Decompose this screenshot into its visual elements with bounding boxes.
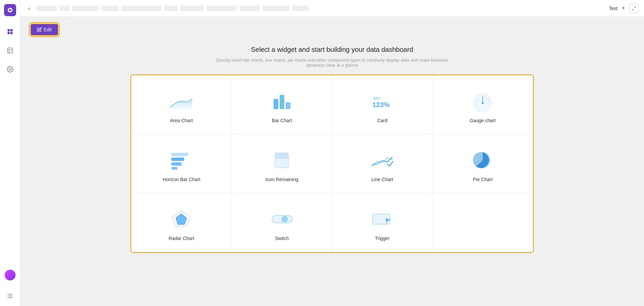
edit-button-label: Edit [44,27,52,32]
breadcrumb-item [164,6,178,11]
line-chart-icon [369,148,396,172]
svg-point-36 [281,216,288,223]
widget-item-trigger[interactable]: Trigger [332,193,433,252]
svg-line-12 [632,9,634,10]
widget-grid: Area Chart Bar Chart [131,75,533,252]
sidebar-item-settings[interactable] [4,63,16,75]
horizon-bar-chart-icon [168,148,195,172]
app-logo[interactable] [4,4,16,16]
widget-label-gauge-chart: Gauge chart [470,118,496,123]
svg-rect-28 [171,167,177,170]
breadcrumb-item [37,6,57,11]
widget-label-switch: Switch [275,236,289,241]
sidebar-item-layout[interactable] [4,44,16,57]
gauge-chart-icon [469,90,496,113]
widget-item-card[interactable]: ABC 123% Card [332,75,433,134]
breadcrumb-item [59,6,70,11]
widget-item-switch[interactable]: Switch [232,193,332,252]
widget-item-line-chart[interactable]: Line Chart [332,134,433,193]
page-subtitle: Quickly insert bar charts, line charts, … [214,58,450,68]
svg-point-7 [9,69,11,70]
breadcrumb-item [121,6,162,11]
breadcrumb-item [72,6,99,11]
svg-text:ABC: ABC [373,96,381,100]
svg-rect-1 [10,29,12,32]
widget-label-icon-remaining: Icon Remaining [266,177,298,182]
svg-rect-27 [171,162,182,166]
card-icon: ABC 123% [369,90,396,113]
widget-label-horizon-bar-chart: Horizon Bar Chart [163,177,200,182]
svg-rect-3 [10,32,12,34]
switch-icon [269,207,295,231]
breadcrumb-item [292,6,309,11]
pie-chart-icon [469,148,496,172]
breadcrumb-item [102,6,119,11]
widget-item-empty [433,193,533,252]
sidebar-item-menu[interactable] [4,290,16,302]
radar-chart-icon [168,207,195,231]
widget-grid-container: Area Chart Bar Chart [130,74,534,253]
svg-rect-14 [280,95,284,109]
edit-button[interactable]: Edit [30,24,58,36]
breadcrumb [37,6,605,11]
widget-item-radar-chart[interactable]: Radar Chart [131,193,232,252]
widget-label-line-chart: Line Chart [371,177,393,182]
add-button[interactable]: + [621,5,625,12]
back-button[interactable]: ‹ [26,4,33,13]
widget-label-trigger: Trigger [375,236,390,241]
svg-rect-4 [7,48,12,53]
area-chart-icon [168,90,195,113]
widget-item-area-chart[interactable]: Area Chart [131,75,232,134]
widget-label-card: Card [377,118,387,123]
svg-marker-34 [176,214,187,225]
content-area: Edit Select a widget and start building … [20,17,644,306]
breadcrumb-item [207,6,237,11]
widget-item-gauge-chart[interactable]: Gauge chart [433,75,533,134]
widget-label-area-chart: Area Chart [170,118,193,123]
widget-section-header: Select a widget and start building your … [30,46,634,68]
main-area: ‹ Test + [20,0,644,306]
widget-item-horizon-bar-chart[interactable]: Horizon Bar Chart [131,134,232,193]
svg-rect-0 [7,29,10,32]
trigger-icon [369,207,396,231]
widget-item-bar-chart[interactable]: Bar Chart [232,75,332,134]
user-avatar[interactable] [5,270,15,280]
test-label: Test [609,6,618,11]
sidebar [0,0,20,306]
sidebar-item-dashboard[interactable] [4,26,16,38]
widget-label-bar-chart: Bar Chart [272,118,292,123]
widget-item-pie-chart[interactable]: Pie Chart [433,134,533,193]
bar-chart-icon [269,90,295,113]
page-title: Select a widget and start building your … [30,46,634,54]
topbar-right: Test + [609,4,639,13]
breadcrumb-item [240,6,260,11]
widget-label-radar-chart: Radar Chart [169,236,194,241]
svg-rect-13 [274,99,278,109]
svg-point-24 [482,102,484,104]
svg-line-11 [634,6,636,8]
breadcrumb-item [263,6,289,11]
icon-remaining-icon [269,148,295,172]
svg-rect-15 [286,102,290,109]
widget-label-pie-chart: Pie Chart [473,177,492,182]
svg-rect-26 [171,158,184,161]
breadcrumb-item [180,6,204,11]
expand-button[interactable] [629,4,639,13]
svg-rect-25 [171,153,188,156]
svg-text:123%: 123% [372,101,390,108]
topbar: ‹ Test + [20,0,644,17]
svg-rect-2 [7,32,10,34]
widget-item-icon-remaining[interactable]: Icon Remaining [232,134,332,193]
